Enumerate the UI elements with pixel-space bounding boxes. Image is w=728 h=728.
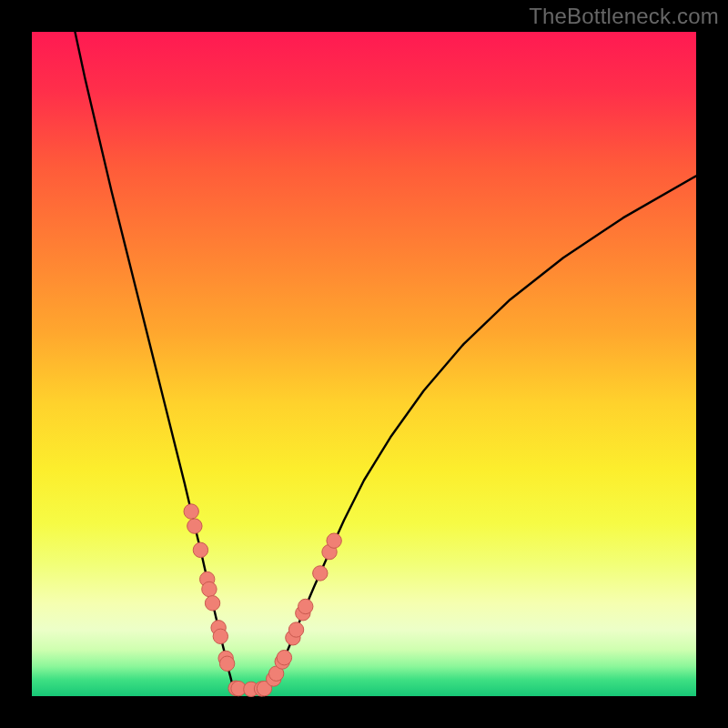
data-marker [184, 504, 198, 519]
data-marker [187, 519, 202, 533]
data-marker [219, 656, 234, 671]
chart-svg [0, 0, 728, 728]
chart-frame: TheBottleneck.com [0, 0, 728, 728]
data-marker [277, 650, 291, 664]
data-marker [213, 629, 228, 643]
data-marker [313, 566, 328, 581]
data-marker [205, 596, 219, 611]
data-marker [298, 599, 313, 613]
data-marker [193, 542, 207, 557]
data-marker [327, 533, 341, 548]
data-marker [202, 581, 217, 596]
watermark-text: TheBottleneck.com [529, 4, 719, 29]
data-marker [288, 622, 303, 637]
plot-background [32, 32, 696, 696]
